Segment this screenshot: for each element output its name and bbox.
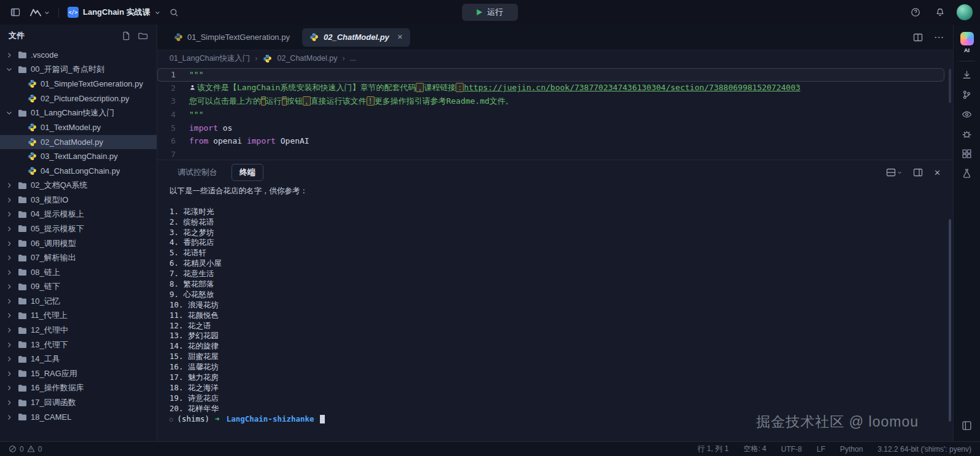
folder-icon [17,225,27,233]
tree-item-label: 03_TextLangChain.py [41,152,118,161]
more-actions-icon[interactable]: ⋯ [934,31,944,43]
tree-file[interactable]: 04_ChatLongChain.py [0,164,157,179]
status-item[interactable]: UTF-8 [781,445,802,454]
tree-folder[interactable]: 10_记忆 [0,294,157,309]
debug-icon[interactable] [957,124,978,144]
bell-icon[interactable] [932,4,948,20]
terminal-line: 9. 心花怒放 [169,290,941,300]
panel-maximize-icon[interactable] [913,168,923,177]
tree-folder[interactable]: 18_CAMEL [0,410,157,425]
tree-file[interactable]: 02_PictureDescription.py [0,91,157,106]
run-button[interactable]: 运行 [462,4,518,21]
tree-folder[interactable]: .vscode [0,48,157,63]
tree-file[interactable]: 01_TextModel.py [0,120,157,135]
preview-icon[interactable] [957,104,978,124]
split-editor-icon[interactable] [913,33,923,42]
status-item[interactable]: Python [840,445,863,454]
tree-file[interactable]: 01_SimpleTextGeneration.py [0,77,157,91]
tree-folder[interactable]: 09_链下 [0,280,157,295]
terminal-line: 15. 甜蜜花屋 [169,352,941,362]
new-folder-icon[interactable] [138,31,148,41]
breadcrumb-folder[interactable]: 01_LangChain快速入门 [169,53,250,64]
close-icon[interactable]: ✕ [397,33,403,41]
tree-folder[interactable]: 14_工具 [0,352,157,366]
code-token: openai [208,136,247,145]
status-item[interactable]: LF [817,445,825,454]
terminal-line: 20. 花样年华 [169,404,941,414]
editor-tab[interactable]: 01_SimpleTextGeneration.py [166,28,297,47]
folder-icon [17,66,27,74]
status-item[interactable]: 3.12.2 64-bit ('shims': pyenv) [877,445,971,454]
download-icon[interactable] [957,65,978,85]
tree-folder[interactable]: 05_提示模板下 [0,222,157,236]
tree-folder[interactable]: 03_模型IO [0,193,157,207]
terminal-line: 7. 花意生活 [169,269,941,279]
rightbar-bottom-icons [957,415,978,435]
code-line[interactable]: 3您可以点击最上方的“运行”按钮，直接运行该文件！更多操作指引请参考Readme… [157,95,953,108]
tree-folder[interactable]: 16_操作数据库 [0,381,157,396]
breadcrumb-file[interactable]: 02_ChatModel.py [278,54,338,63]
code-line[interactable]: 6from openai import OpenAI [157,134,953,148]
test-icon[interactable] [957,163,978,183]
close-panel-icon[interactable]: ✕ [934,168,941,177]
layout-sidebar-toggle-icon[interactable] [7,4,23,20]
workbench: 01_SimpleTextGeneration.py02_ChatModel.p… [157,25,953,441]
ai-assistant-button[interactable]: AI [960,29,974,58]
editor-tab[interactable]: 02_ChatModel.py✕ [302,28,410,47]
tree-folder[interactable]: 17_回调函数 [0,395,157,410]
breadcrumb-more[interactable]: ... [350,54,356,63]
status-item[interactable]: 行 1, 列 1 [698,444,729,454]
editor-scrollbar[interactable] [949,69,951,103]
tree-folder[interactable]: 06_调用模型 [0,236,157,251]
tree-folder[interactable]: 11_代理上 [0,309,157,323]
chevron-icon [6,226,14,232]
terminal-prompt[interactable]: ○ (shims) ➜ LangChain-shizhanke [169,414,941,425]
code-line[interactable]: 1""" [157,68,944,82]
code-editor[interactable]: 1"""2该文件是【LangChain系统安装和快速入门】章节的配套代码，课程链… [157,66,953,160]
problems-indicator[interactable]: 0 0 [9,445,42,454]
tree-file[interactable]: 02_ChatModel.py [0,135,157,150]
source-control-icon[interactable] [957,85,978,104]
tree-folder[interactable]: 02_文档QA系统 [0,178,157,193]
panel-layout-icon[interactable] [886,168,902,177]
tree-item-label: 13_代理下 [31,339,68,350]
new-file-icon[interactable] [122,31,131,41]
tree-folder[interactable]: 04_提示模板上 [0,207,157,222]
panel-scrollbar[interactable] [949,219,951,422]
panel-tab[interactable]: 调试控制台 [169,164,225,181]
tree-folder[interactable]: 01_LangChain快速入门 [0,106,157,120]
tree-folder[interactable]: 13_代理下 [0,338,157,352]
tree-folder[interactable]: 00_开篇词_奇点时刻 [0,63,157,77]
terminal[interactable]: 以下是一些适合花店的名字，供你参考：1. 花漾时光2. 缤纷花语3. 花之梦坊4… [157,185,953,441]
tree-folder[interactable]: 08_链上 [0,265,157,280]
tree-folder[interactable]: 07_解析输出 [0,250,157,265]
notebook-icon[interactable] [957,415,978,435]
code-line[interactable]: 4""" [157,108,953,122]
avatar[interactable] [957,4,973,20]
tree-item-label: 03_模型IO [31,195,68,206]
search-icon[interactable] [166,4,182,20]
error-icon [9,445,17,453]
tree-folder[interactable]: 15_RAG应用 [0,366,157,381]
user-cursor-icon [189,84,196,91]
code-line[interactable]: 5import os [157,121,953,134]
tree-folder[interactable]: 12_代理中 [0,323,157,338]
code-line[interactable]: 2该文件是【LangChain系统安装和快速入门】章节的配套代码，课程链接：ht… [157,82,953,95]
folder-icon [17,283,27,291]
project-switcher[interactable]: </> LangChain 实战课 [68,7,160,18]
tree-file[interactable]: 03_TextLangChain.py [0,149,157,164]
code-text: 该文件是【LangChain系统安装和快速入门】章节的配套代码，课程链接：htt… [189,82,800,93]
terminal-line: 10. 浪漫花坊 [169,300,941,311]
help-icon[interactable] [908,4,924,20]
code-line[interactable]: 7 [157,148,953,160]
status-item[interactable]: 空格: 4 [744,444,766,454]
app-logo[interactable] [29,7,50,17]
code-token: https://juejin.cn/book/73877023474361303… [464,83,800,92]
warning-count: 0 [38,445,42,454]
terminal-line: 2. 缤纷花语 [169,217,941,228]
code-token: 运行 [266,96,282,106]
python-icon [27,94,37,103]
extensions-icon[interactable] [957,144,978,163]
panel-tab[interactable]: 终端 [231,164,263,181]
python-icon [27,137,37,147]
